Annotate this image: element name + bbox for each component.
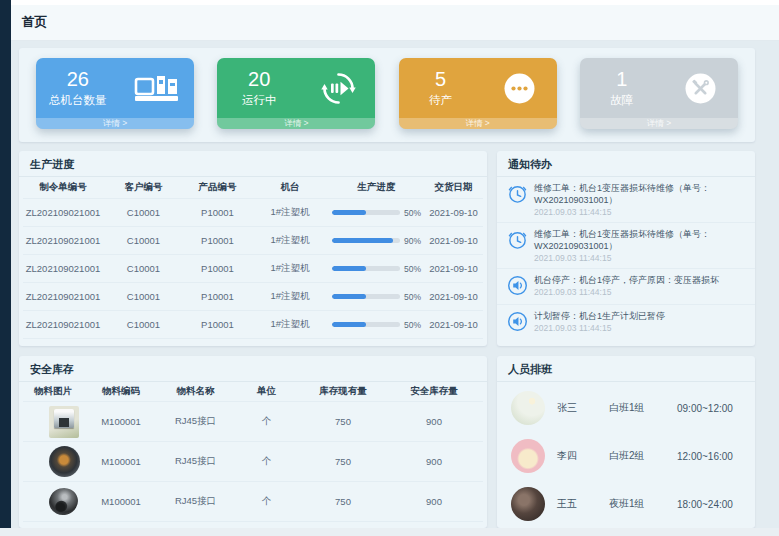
notice-time: 2021.09.03 11:44:15 <box>534 253 748 264</box>
customer-no: C10001 <box>103 263 184 274</box>
card-fault[interactable]: 1 故障 详情 > <box>580 58 738 129</box>
running-detail-link[interactable]: 详情 > <box>217 118 375 129</box>
machine-icon <box>120 75 194 102</box>
dashboard-screen: 首页 26 总机台数量 <box>0 0 779 536</box>
speaker-front-image <box>49 446 80 477</box>
production-progress-title: 生产进度 <box>19 151 487 177</box>
stock-row: M100001RJ45接口个750900 <box>23 482 483 522</box>
notice-item[interactable]: 维修工单：机台1变压器损坏待维修（单号：WX202109031001）2021.… <box>497 177 755 222</box>
material-image-cell <box>23 406 83 438</box>
safety-qty: 900 <box>385 456 483 467</box>
machine: 1#注塑机 <box>251 290 329 303</box>
notices-title: 通知待办 <box>497 151 755 177</box>
total-machines-detail-link[interactable]: 详情 > <box>36 118 194 129</box>
stock-table-header: 物料图片 物料编码 物料名称 单位 库存现有量 安全库存量 <box>23 382 483 402</box>
staff-schedule-panel: 人员排班 张三白班1组09:00~12:00李四白班2组12:00~16:00王… <box>497 356 755 528</box>
col-safety-qty: 安全库存量 <box>385 385 483 398</box>
customer-no: C10001 <box>103 319 184 330</box>
notice-item[interactable]: 计划暂停：机台1生产计划已暂停2021.09.03 11:44:15 <box>497 304 755 340</box>
waiting-icon <box>482 73 556 104</box>
shift-group: 白班2组 <box>609 449 677 463</box>
order-no: ZL202109021001 <box>23 291 103 302</box>
safety-qty: 900 <box>385 416 483 427</box>
card-total-machines[interactable]: 26 总机台数量 详情 > <box>36 58 194 129</box>
material-code: M100001 <box>83 496 159 507</box>
clock-icon <box>507 228 528 264</box>
card-waiting[interactable]: 5 待产 详情 > <box>399 58 557 129</box>
material-name: RJ45接口 <box>159 455 232 468</box>
staff-name: 张三 <box>557 401 609 415</box>
safety-stock-title: 安全库存 <box>19 356 487 382</box>
stock-table: 物料图片 物料编码 物料名称 单位 库存现有量 安全库存量 M100001RJ4… <box>23 382 483 522</box>
product-no: P10001 <box>184 319 251 330</box>
product-no: P10001 <box>184 263 251 274</box>
bottom-strip <box>0 528 779 536</box>
production-row: ZL202109021001C10001P100011#注塑机90%2021-0… <box>23 227 483 255</box>
delivery-date: 2021-09-10 <box>424 319 483 330</box>
notice-item[interactable]: 维修工单：机台1变压器损坏待维修（单号：WX202109031001）2021.… <box>497 222 755 268</box>
machine: 1#注塑机 <box>251 318 329 331</box>
col-product-no: 产品编号 <box>184 181 251 194</box>
shift-list: 张三白班1组09:00~12:00李四白班2组12:00~16:00王五夜班1组… <box>497 382 755 528</box>
material-code: M100001 <box>83 416 159 427</box>
avatar-zhangsan <box>511 391 545 425</box>
progress-bar: 50% <box>329 320 424 330</box>
col-material-image: 物料图片 <box>23 385 83 398</box>
total-machines-value: 26 <box>36 69 120 90</box>
production-row: ZL202109021001C10001P100011#注塑机50%2021-0… <box>23 199 483 227</box>
waiting-label: 待产 <box>399 93 483 108</box>
unit: 个 <box>232 415 301 428</box>
product-no: P10001 <box>184 207 251 218</box>
speaker-side-image <box>46 485 81 519</box>
col-delivery-date: 交货日期 <box>424 181 483 194</box>
card-running[interactable]: 20 运行中 <box>217 58 375 129</box>
unit: 个 <box>232 495 301 508</box>
progress-bar: 90% <box>329 236 424 246</box>
rj45-connector-image <box>49 406 79 438</box>
material-image-cell <box>23 488 83 515</box>
fault-label: 故障 <box>580 93 664 108</box>
safety-qty: 900 <box>385 496 483 507</box>
material-code: M100001 <box>83 456 159 467</box>
clock-icon <box>507 182 528 218</box>
col-customer-no: 客户编号 <box>103 181 184 194</box>
machine: 1#注塑机 <box>251 262 329 275</box>
avatar-lisi <box>511 439 545 473</box>
notice-text: 机台停产：机台1停产，停产原因：变压器损坏 <box>534 274 748 286</box>
progress-bar: 50% <box>329 264 424 274</box>
order-no: ZL202109021001 <box>23 319 103 330</box>
notice-item[interactable]: 机台停产：机台1停产，停产原因：变压器损坏2021.09.03 11:44:15 <box>497 268 755 304</box>
customer-no: C10001 <box>103 207 184 218</box>
notice-time: 2021.09.03 11:44:15 <box>534 287 748 298</box>
customer-no: C10001 <box>103 291 184 302</box>
shift-group: 夜班1组 <box>609 497 677 511</box>
production-row: ZL202109021001C10001P100011#注塑机50%2021-0… <box>23 311 483 339</box>
delivery-date: 2021-09-10 <box>424 263 483 274</box>
shift-row: 王五夜班1组18:00~24:00 <box>497 480 755 528</box>
progress-bar: 50% <box>329 292 424 302</box>
staff-schedule-title: 人员排班 <box>497 356 755 382</box>
stock-row: M100001RJ45接口个750900 <box>23 402 483 442</box>
notice-time: 2021.09.03 11:44:15 <box>534 323 748 334</box>
fault-detail-link[interactable]: 详情 > <box>580 118 738 129</box>
notice-text: 维修工单：机台1变压器损坏待维修（单号：WX202109031001） <box>534 228 748 252</box>
shift-row: 张三白班1组09:00~12:00 <box>497 384 755 432</box>
stat-cards-panel: 26 总机台数量 详情 > <box>19 48 755 142</box>
production-progress-panel: 生产进度 制令单编号 客户编号 产品编号 机台 生产进度 交货日期 ZL2021… <box>19 151 487 346</box>
collapsed-sidebar <box>0 0 11 528</box>
notice-text: 计划暂停：机台1生产计划已暂停 <box>534 310 748 322</box>
progress-bar: 50% <box>329 208 424 218</box>
speaker-icon <box>507 310 528 336</box>
col-progress: 生产进度 <box>329 181 424 194</box>
stock-row: M100001RJ45接口个750900 <box>23 442 483 482</box>
waiting-detail-link[interactable]: 详情 > <box>399 118 557 129</box>
staff-name: 李四 <box>557 449 609 463</box>
material-name: RJ45接口 <box>159 495 232 508</box>
machine: 1#注塑机 <box>251 234 329 247</box>
product-no: P10001 <box>184 291 251 302</box>
order-no: ZL202109021001 <box>23 235 103 246</box>
customer-no: C10001 <box>103 235 184 246</box>
waiting-value: 5 <box>399 69 483 90</box>
notice-time: 2021.09.03 11:44:15 <box>534 207 748 218</box>
col-material-name: 物料名称 <box>159 385 232 398</box>
